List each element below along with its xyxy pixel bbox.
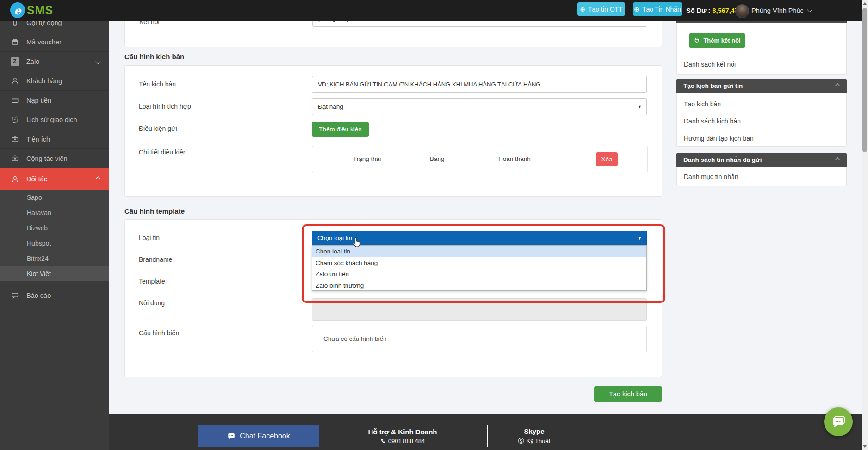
message-type-dropdown: Chọn loại tin Chăm sóc khách hàng Zalo ư… xyxy=(312,245,647,291)
chevron-up-icon xyxy=(835,157,840,162)
doi-tac-submenu: Sapo Haravan Bizweb Hubspot Bitrix24 Kio… xyxy=(0,190,109,281)
skype-icon: Ⓢ xyxy=(518,437,524,445)
sidebar-item-lich-su-giao-dich[interactable]: Lịch sử giao dịch xyxy=(0,110,109,129)
sidebar-item-doi-tac[interactable]: Đối tác xyxy=(0,168,109,190)
script-name-input[interactable] xyxy=(312,76,647,93)
skype-title: Skype xyxy=(524,427,544,435)
section-title-template-config: Cấu hình template xyxy=(124,207,185,215)
sidebar-item-zalo[interactable]: Z Zalo xyxy=(0,52,109,71)
scrollbar[interactable] xyxy=(862,0,868,450)
dropdown-option[interactable]: Zalo bình thường xyxy=(312,280,646,291)
dropdown-option[interactable]: Chăm sóc khách hàng xyxy=(312,257,646,268)
zalo-icon: Z xyxy=(10,57,19,66)
gift-icon xyxy=(10,38,19,46)
scroll-down-icon[interactable] xyxy=(863,445,867,448)
sidebar-item-nap-tien[interactable]: Nạp tiền xyxy=(0,91,109,110)
sidebar-item-ma-voucher[interactable]: Mã voucher xyxy=(0,32,109,52)
chevron-down-icon: ▼ xyxy=(638,105,642,109)
support-phone: 0901 888 484 xyxy=(388,438,425,444)
esms-app: Kết nối phungvinhphuc1999 ▼ Cấu hình kịc… xyxy=(0,0,868,450)
condition-value: Hoàn thành xyxy=(498,155,531,162)
link-danh-muc-tin-nhan[interactable]: Danh mục tin nhắn xyxy=(684,173,738,180)
submenu-item-bizweb[interactable]: Bizweb xyxy=(0,220,109,235)
balance-label: Số Dư : xyxy=(686,7,710,14)
sent-messages-panel: Danh mục tin nhắn xyxy=(676,167,847,186)
condition-operator: Bằng xyxy=(430,155,445,162)
sidebar-item-tien-ich[interactable]: Tiện ích xyxy=(0,129,109,149)
chevron-up-icon xyxy=(835,83,840,88)
plus-circle-icon: ⊕ xyxy=(634,6,639,13)
scroll-up-icon[interactable] xyxy=(863,2,867,5)
link-danh-sach-kich-ban[interactable]: Danh sách kịch bản xyxy=(684,117,741,125)
footer: Chat Facebook Hỗ trợ & Kinh Doanh 0901 8… xyxy=(109,414,868,450)
link-huong-dan-tao-kich-ban[interactable]: Hướng dẫn tạo kịch bản xyxy=(684,135,754,142)
user-avatar[interactable] xyxy=(735,4,749,18)
variables-empty-text: Chưa có cấu hình biến xyxy=(323,335,387,342)
condition-field: Trạng thái xyxy=(353,155,381,162)
create-script-panel: Tạo kịch bản Danh sách kịch bản Hướng dẫ… xyxy=(676,93,847,147)
template-label: Template xyxy=(139,277,165,285)
scrollbar-thumb[interactable] xyxy=(862,8,867,152)
person-icon xyxy=(10,77,19,85)
link-tao-kich-ban[interactable]: Tạo kịch bản xyxy=(684,100,721,108)
sidebar-item-bao-cao[interactable]: Báo cáo xyxy=(0,286,109,305)
support-box[interactable]: Hỗ trợ & Kinh Doanh 0901 888 484 xyxy=(339,425,466,447)
person-icon xyxy=(10,175,19,183)
chat-widget-button[interactable] xyxy=(824,407,853,436)
chevron-up-icon xyxy=(95,176,100,181)
create-ott-button[interactable]: ⊕ Tạo tin OTT xyxy=(577,2,625,16)
support-title: Hỗ trợ & Kinh Doanh xyxy=(368,428,437,436)
variables-label: Cấu hình biến xyxy=(139,329,179,337)
logo-e-icon: e xyxy=(10,2,25,18)
integration-type-label: Loại hình tích hợp xyxy=(139,103,191,110)
hand-cursor-icon xyxy=(352,236,363,248)
add-connection-button[interactable]: Thêm kết nối xyxy=(689,33,745,48)
content-textarea[interactable] xyxy=(312,298,647,321)
header-bar: e SMS ⊕ Tạo tin OTT ⊕ Tạo Tin Nhắn Số Dư… xyxy=(0,0,868,21)
phone-icon xyxy=(380,438,386,444)
connections-panel: Thêm kết nối Danh sách kết nối xyxy=(676,23,847,75)
card-icon xyxy=(10,96,19,104)
submenu-item-hubspot[interactable]: Hubspot xyxy=(0,235,109,251)
submenu-item-bitrix24[interactable]: Bitrix24 xyxy=(0,251,109,266)
submenu-item-sapo[interactable]: Sapo xyxy=(0,190,109,205)
skype-box[interactable]: Skype Ⓢ Kỹ Thuật xyxy=(487,425,581,447)
delete-condition-button[interactable]: Xóa xyxy=(596,152,618,166)
chat-bubble-icon xyxy=(831,415,846,429)
skype-subtitle: Kỹ Thuật xyxy=(527,438,551,444)
dropdown-option[interactable]: Zalo ưu tiên xyxy=(312,268,646,280)
integration-type-select[interactable]: Đặt hàng ▼ xyxy=(312,98,647,115)
book-icon xyxy=(10,116,19,123)
user-menu[interactable]: Phùng Vĩnh Phúc xyxy=(751,0,812,21)
facebook-chat-icon xyxy=(227,432,236,440)
connection-list-link[interactable]: Danh sách kết nối xyxy=(684,61,736,68)
brandname-label: Brandname xyxy=(139,256,172,263)
sent-messages-panel-header[interactable]: Danh sách tin nhắn đã gửi xyxy=(676,153,847,167)
submenu-item-kiot-viet[interactable]: Kiot Việt xyxy=(0,266,109,281)
content-label: Nội dung xyxy=(139,299,165,307)
submenu-item-haravan[interactable]: Haravan xyxy=(0,205,109,220)
section-title-script-config: Cấu hình kịch bản xyxy=(124,53,184,61)
briefcase-icon xyxy=(10,154,19,162)
condition-table: Trạng thái Bằng Hoàn thành Xóa xyxy=(312,146,648,173)
sidebar-item-cong-tac-vien[interactable]: Cộng tác viên xyxy=(0,149,109,168)
chat-icon xyxy=(10,292,19,300)
sidebar-item-khach-hang[interactable]: Khách hàng xyxy=(0,71,109,91)
chevron-down-icon xyxy=(95,59,100,64)
chevron-down-icon xyxy=(807,7,812,12)
create-sms-button[interactable]: ⊕ Tạo Tin Nhắn xyxy=(633,2,682,16)
chevron-down-icon: ▼ xyxy=(638,236,642,240)
create-script-panel-header[interactable]: Tạo kịch bản gửi tin xyxy=(676,79,847,93)
chat-facebook-button[interactable]: Chat Facebook xyxy=(198,425,319,447)
create-script-button[interactable]: Tạo kịch bản xyxy=(594,386,662,402)
variables-box: Chưa có cấu hình biến xyxy=(312,326,647,352)
integration-type-value: Đặt hàng xyxy=(318,103,343,110)
script-name-label: Tên kịch bản xyxy=(139,80,176,88)
send-condition-label: Điều kiện gửi xyxy=(139,125,177,132)
sidebar: Gọi tự động Mã voucher Z Zalo Khách hàng… xyxy=(0,21,109,450)
plus-circle-icon: ⊕ xyxy=(580,6,585,13)
add-condition-button[interactable]: Thêm điều kiện xyxy=(312,122,369,137)
message-type-value: Chọn loại tin xyxy=(317,234,352,241)
briefcase-icon xyxy=(10,135,19,143)
esms-logo[interactable]: e SMS xyxy=(10,2,53,18)
